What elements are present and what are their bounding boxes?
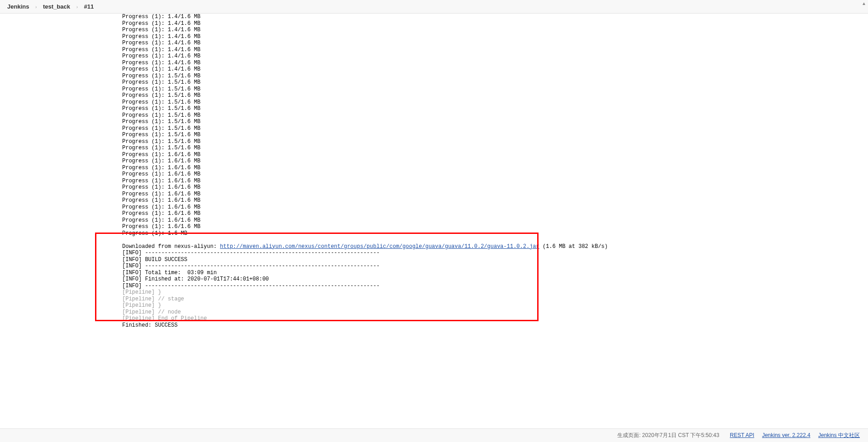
progress-line: Progress (1): 1.5/1.6 MB bbox=[122, 112, 200, 119]
downloaded-line: Downloaded from nexus-aliyun: http://mav… bbox=[122, 243, 608, 250]
progress-line: Progress (1): 1.5/1.6 MB bbox=[122, 119, 200, 125]
build-success-line: [INFO] BUILD SUCCESS bbox=[122, 257, 187, 263]
progress-line: Progress (1): 1.4/1.6 MB bbox=[122, 27, 200, 33]
progress-line: Progress (1): 1.5/1.6 MB bbox=[122, 73, 200, 79]
progress-line: Progress (1): 1.6/1.6 MB bbox=[122, 178, 200, 184]
progress-line: Progress (1): 1.6/1.6 MB bbox=[122, 152, 200, 158]
breadcrumb-job[interactable]: test_back bbox=[43, 3, 70, 10]
info-divider: [INFO] ---------------------------------… bbox=[122, 283, 380, 289]
progress-line: Progress (1): 1.5/1.6 MB bbox=[122, 86, 200, 92]
progress-line: Progress (1): 1.4/1.6 MB bbox=[122, 33, 200, 40]
breadcrumb: Jenkins › test_back › #11 bbox=[0, 0, 868, 14]
total-time-line: [INFO] Total time: 03:09 min bbox=[122, 270, 217, 276]
progress-line: Progress (1): 1.4/1.6 MB bbox=[122, 53, 200, 59]
progress-line: Progress (1): 1.4/1.6 MB bbox=[122, 20, 200, 27]
progress-line: Progress (1): 1.6/1.6 MB bbox=[122, 191, 200, 197]
footer: 生成页面: 2020年7月1日 CST 下午5:50:43 REST API J… bbox=[0, 428, 868, 442]
info-divider: [INFO] ---------------------------------… bbox=[122, 250, 380, 256]
info-divider: [INFO] ---------------------------------… bbox=[122, 263, 380, 269]
console-content: Progress (1): 1.4/1.6 MB Progress (1): 1… bbox=[0, 14, 868, 328]
pipeline-line: [Pipeline] End of Pipeline bbox=[122, 315, 207, 322]
progress-line: Progress (1): 1.5/1.6 MB bbox=[122, 79, 200, 86]
progress-line: Progress (1): 1.4/1.6 MB bbox=[122, 66, 200, 72]
progress-line: Progress (1): 1.4/1.6 MB bbox=[122, 40, 200, 46]
progress-line: Progress (1): 1.5/1.6 MB bbox=[122, 92, 200, 99]
chevron-right-icon: › bbox=[76, 5, 78, 10]
progress-line: Progress (1): 1.5/1.6 MB bbox=[122, 105, 200, 112]
finished-line: Finished: SUCCESS bbox=[122, 322, 177, 328]
progress-line: Progress (1): 1.6/1.6 MB bbox=[122, 165, 200, 171]
progress-line: Progress (1): 1.5/1.6 MB bbox=[122, 99, 200, 105]
download-url-link[interactable]: http://maven.aliyun.com/nexus/content/gr… bbox=[220, 243, 539, 250]
progress-line: Progress (1): 1.6/1.6 MB bbox=[122, 171, 200, 177]
progress-line: Progress (1): 1.6/1.6 MB bbox=[122, 217, 200, 223]
progress-line: Progress (1): 1.6/1.6 MB bbox=[122, 184, 200, 190]
progress-line: Progress (1): 1.5/1.6 MB bbox=[122, 145, 200, 151]
progress-line: Progress (1): 1.6/1.6 MB bbox=[122, 197, 200, 204]
breadcrumb-build[interactable]: #11 bbox=[84, 3, 94, 10]
pipeline-line: [Pipeline] // stage bbox=[122, 296, 184, 302]
progress-line: Progress (1): 1.4/1.6 MB bbox=[122, 47, 200, 53]
progress-line: Progress (1): 1.6/1.6 MB bbox=[122, 210, 200, 217]
rest-api-link[interactable]: REST API bbox=[730, 432, 754, 438]
breadcrumb-jenkins[interactable]: Jenkins bbox=[7, 3, 29, 10]
pipeline-line: [Pipeline] } bbox=[122, 302, 161, 309]
pipeline-line: [Pipeline] // node bbox=[122, 309, 181, 315]
finished-at-line: [INFO] Finished at: 2020-07-01T17:44:01+… bbox=[122, 276, 269, 282]
progress-line: Progress (1): 1.6 MB bbox=[122, 230, 187, 237]
jenkins-version-link[interactable]: Jenkins ver. 2.222.4 bbox=[762, 432, 811, 438]
progress-line: Progress (1): 1.6/1.6 MB bbox=[122, 223, 200, 230]
progress-line: Progress (1): 1.5/1.6 MB bbox=[122, 125, 200, 132]
progress-line: Progress (1): 1.6/1.6 MB bbox=[122, 204, 200, 210]
progress-line: Progress (1): 1.4/1.6 MB bbox=[122, 60, 200, 66]
progress-line: Progress (1): 1.6/1.6 MB bbox=[122, 158, 200, 164]
jenkins-community-link[interactable]: Jenkins 中文社区 bbox=[818, 432, 860, 438]
progress-line: Progress (1): 1.5/1.6 MB bbox=[122, 132, 200, 138]
progress-line: Progress (1): 1.4/1.6 MB bbox=[122, 14, 200, 20]
footer-timestamp: 生成页面: 2020年7月1日 CST 下午5:50:43 bbox=[617, 432, 719, 438]
progress-line: Progress (1): 1.5/1.6 MB bbox=[122, 138, 200, 145]
console-output: Progress (1): 1.4/1.6 MB Progress (1): 1… bbox=[0, 14, 868, 328]
pipeline-line: [Pipeline] } bbox=[122, 289, 161, 295]
scroll-top-icon[interactable]: ▲ bbox=[861, 1, 867, 7]
chevron-right-icon: › bbox=[35, 5, 37, 10]
